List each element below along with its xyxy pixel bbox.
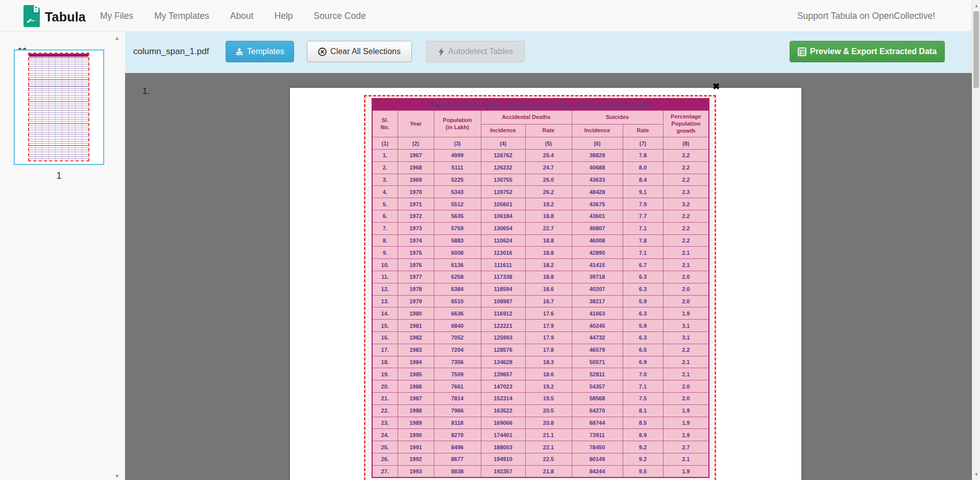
document-toolbar: column_span_1.pdf Templates Clear All Se…	[125, 32, 972, 73]
nav-item-help[interactable]: Help	[275, 11, 293, 21]
templates-button-label: Templates	[247, 47, 284, 56]
preview-export-label: Preview & Export Extracted Data	[810, 47, 937, 56]
scrollbar-down-icon[interactable]: ▼	[972, 470, 980, 479]
pdf-page[interactable]: Rate of Accidental Deaths & Suicides and…	[290, 88, 801, 480]
document-filename: column_span_1.pdf	[133, 41, 209, 62]
thumbnail-page-number: 1	[14, 171, 104, 181]
top-navbar: Tabula My Files My Templates About Help …	[0, 0, 980, 32]
sidebar-scroll-down-icon[interactable]: ▼	[114, 473, 120, 479]
scrollbar-up-icon[interactable]: ▲	[972, 1, 980, 10]
brand-title: Tabula	[45, 10, 86, 25]
sidebar-scroll-up-icon[interactable]: ▲	[114, 35, 120, 41]
tabula-logo-icon	[22, 5, 41, 29]
clear-all-selections-button[interactable]: Clear All Selections	[307, 41, 412, 62]
nav-item-about[interactable]: About	[230, 11, 254, 21]
table-preview-icon	[798, 47, 806, 56]
table-selection-box[interactable]	[364, 95, 716, 480]
thumbnail-selection-overlay	[28, 53, 89, 161]
nav-item-my-files[interactable]: My Files	[100, 11, 133, 21]
nav-item-my-templates[interactable]: My Templates	[154, 11, 209, 21]
brand-link[interactable]: Tabula	[22, 5, 86, 29]
page-thumbnail-sidebar: ✖ 1 ▲ ▼	[0, 32, 125, 480]
page-thumbnail[interactable]	[14, 50, 104, 165]
selection-close-icon[interactable]: ✖	[713, 82, 720, 91]
window-scrollbar: ▲ ▼	[972, 0, 980, 480]
page-number-label: 1.	[142, 86, 150, 97]
clear-circle-x-icon	[318, 47, 327, 56]
pdf-workspace: 1. Rate of Accidental Deaths & Suicides …	[125, 73, 972, 480]
template-stamp-icon	[235, 47, 243, 56]
templates-button[interactable]: Templates	[226, 41, 294, 62]
clear-all-selections-label: Clear All Selections	[330, 47, 401, 56]
autodetect-tables-label: Autodetect Tables	[448, 47, 513, 56]
lightning-bolt-icon	[438, 47, 445, 56]
support-link[interactable]: Support Tabula on OpenCollective!	[797, 0, 935, 32]
autodetect-tables-button: Autodetect Tables	[426, 41, 525, 62]
scrollbar-thumb[interactable]	[973, 11, 979, 88]
nav-item-source-code[interactable]: Source Code	[314, 11, 366, 21]
preview-export-button[interactable]: Preview & Export Extracted Data	[790, 41, 945, 62]
navbar-menu: My Files My Templates About Help Source …	[100, 0, 387, 32]
